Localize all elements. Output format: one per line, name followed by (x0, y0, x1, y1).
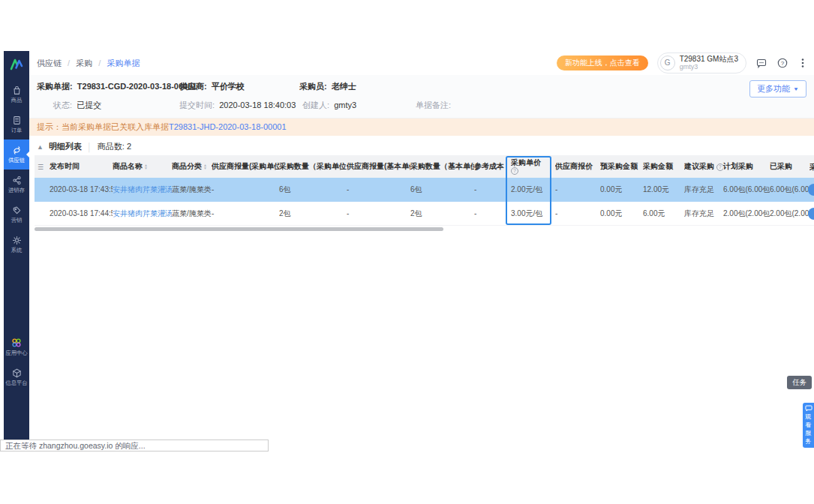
topbar-actions: 新功能上线，点击查看 G T29831 GM站点3 gmty3 (557, 52, 808, 74)
item-count: 商品数: 2 (98, 141, 131, 152)
service-tab-char: 服 (805, 429, 811, 436)
buyer-value: 老绅士 (332, 82, 356, 91)
sidebar-item-信息平台[interactable]: 信息平台 (4, 362, 29, 392)
help-icon[interactable]: ? (776, 57, 788, 69)
table-cell: - (347, 185, 410, 194)
sort-icon[interactable]: ▲▼ (144, 164, 148, 170)
table-cell: - (212, 209, 279, 218)
table-cell: 库存充足 (684, 208, 723, 219)
column-header-建议采购: 建议采购 ? (684, 161, 723, 172)
section-title[interactable]: 明细列表 (49, 141, 82, 152)
marketing-icon (11, 205, 23, 216)
order-icon (11, 115, 23, 126)
help-circle-icon[interactable]: ? (511, 167, 518, 175)
kebab-menu-icon[interactable] (797, 57, 808, 69)
table-cell: - (212, 185, 279, 194)
main-area: 供应链 / 采购 / 采购单据 新功能上线，点击查看 G T29831 GM站点… (29, 51, 814, 442)
sidebar-item-应用中心[interactable]: 应用中心 (4, 332, 29, 362)
linked-bill-link[interactable]: T29831-JHD-2020-03-18-00001 (169, 122, 287, 131)
table-cell: - (474, 185, 511, 194)
sidebar-item-订单[interactable]: 订单 (4, 110, 29, 140)
column-menu-icon[interactable]: ☰ (35, 164, 44, 171)
table-cell: 库存充足 (684, 184, 723, 195)
service-tab-char: 观 (805, 412, 811, 420)
column-header-预采购金额: 预采购金额 (600, 161, 643, 172)
breadcrumb-current: 采购单据 (107, 58, 140, 68)
help-circle-icon[interactable]: ? (716, 164, 723, 171)
sidebar-item-进销存[interactable]: 进销存 (4, 170, 29, 200)
sidebar-item-营销[interactable]: 营销 (4, 200, 29, 230)
service-tab-char: 务 (805, 437, 811, 445)
collapse-caret-icon[interactable]: ▲ (37, 143, 44, 151)
bill-detail-panel: 采购单据: T29831-CGD-2020-03-18-00001 供应商: 平… (29, 75, 814, 118)
table-cell: 6包 (410, 184, 474, 195)
remark-field: 单据备注: (416, 100, 453, 111)
sidebar-item-系统[interactable]: 系统 (4, 230, 29, 260)
table-cell: 6.00元 (643, 208, 684, 219)
supplier-field: 供应商: 平价学校 (179, 81, 245, 92)
column-header-商品名称[interactable]: 商品名称▲▼ (113, 161, 172, 172)
linked-bill-alert: 提示：当前采购单据已关联入库单据T29831-JHD-2020-03-18-00… (29, 118, 814, 136)
sidebar-item-label: 进销存 (8, 188, 25, 193)
status-field: 状态: 已提交 (53, 100, 101, 111)
table-cell: - (474, 209, 511, 218)
section-divider: │ (87, 142, 92, 152)
user-menu[interactable]: G T29831 GM站点3 gmty3 (657, 52, 746, 74)
submit-time-field: 提交时间: 2020-03-18 18:40:03 (179, 100, 296, 111)
table-cell: 0.00元 (600, 208, 643, 219)
column-header-供应商报量(基本单位): 供应商报量(基本单位) (347, 161, 410, 172)
product-name-link[interactable]: 安井猪肉芹菜灌汤水饺 (113, 184, 172, 195)
supply-chain-icon (11, 145, 23, 156)
table-cell: 12.00元 (643, 184, 684, 195)
column-header-采购数量（采购单位）: 采购数量（采购单位） (279, 161, 347, 172)
column-settings-header[interactable]: ☰ (35, 163, 50, 171)
breadcrumb-separator: / (98, 58, 101, 68)
column-header-采购单价: 采购单价? (511, 158, 555, 175)
breadcrumb-separator: / (68, 58, 70, 68)
sidebar-item-商品[interactable]: 商品 (4, 80, 29, 110)
table-row[interactable]: 2020-03-18 17:43:57安井猪肉芹菜灌汤水饺蔬菜/腌菜类-6包-6… (35, 178, 814, 202)
table-cell: 2包 (410, 208, 474, 219)
column-header-采: 采 (809, 162, 814, 172)
avatar: G (660, 56, 675, 70)
breadcrumb-supply-chain[interactable]: 供应链 (37, 58, 62, 68)
product-name-link[interactable]: 安井猪肉芹菜灌汤水饺 (113, 208, 172, 219)
sidebar-nav: 商品订单供应链进销存营销系统 (4, 80, 29, 260)
info-platform-icon (11, 368, 23, 379)
svg-text:?: ? (781, 60, 785, 67)
table-header-row: ☰发布时间商品名称▲▼商品分类▲▼供应商报量(采购单位)采购数量（采购单位）供应… (35, 155, 814, 178)
table-cell: 蔬菜/腌菜类 (172, 184, 212, 195)
system-icon (11, 235, 23, 246)
more-functions-button[interactable]: 更多功能▼ (749, 80, 806, 98)
inventory-icon (11, 175, 23, 186)
alert-text: 提示：当前采购单据已关联入库单据 (37, 122, 169, 131)
table-row[interactable]: 2020-03-18 17:44:51安井猪肉芹菜灌汤水饺蔬菜/腌菜类-2包-2… (35, 202, 814, 226)
table-cell: - (347, 209, 410, 218)
sidebar-item-label: 订单 (11, 128, 23, 133)
table-cell: 2020-03-18 17:44:51 (50, 209, 113, 218)
column-header-计划采购: 计划采购 (723, 161, 770, 172)
column-header-供应商报价: 供应商报价 (555, 161, 600, 172)
bag-icon (11, 85, 23, 96)
table-cell: 2.00元/包 (511, 184, 555, 195)
column-header-采购数量（基本单位）: 采购数量（基本单位） (410, 161, 474, 172)
chevron-down-icon: ▼ (793, 86, 799, 92)
sidebar-item-供应链[interactable]: 供应链 (4, 140, 29, 170)
table-cell: 6包 (279, 184, 347, 195)
new-feature-badge[interactable]: 新功能上线，点击查看 (557, 56, 648, 70)
service-tab[interactable]: 观看服务 (803, 403, 814, 448)
column-header-商品分类[interactable]: 商品分类▲▼ (172, 161, 212, 172)
sidebar-item-label: 信息平台 (5, 380, 27, 386)
message-icon[interactable] (755, 57, 767, 69)
breadcrumb-purchase[interactable]: 采购 (76, 58, 92, 68)
service-tab-char: 看 (805, 421, 811, 428)
task-tab[interactable]: 任务 (787, 376, 812, 389)
sort-icon[interactable]: ▲▼ (203, 164, 207, 170)
app-logo-icon[interactable] (8, 51, 25, 80)
horizontal-scrollbar[interactable] (35, 227, 443, 231)
app-window: 商品订单供应链进销存营销系统 应用中心信息平台 供应链 / 采购 / 采购单据 … (4, 51, 814, 442)
browser-status-bar: 正在等待 zhangzhou.goeasy.io 的响应... (0, 440, 269, 452)
sidebar-item-label: 应用中心 (5, 350, 27, 356)
app-center-icon (11, 337, 23, 349)
sidebar: 商品订单供应链进销存营销系统 应用中心信息平台 (4, 51, 29, 442)
